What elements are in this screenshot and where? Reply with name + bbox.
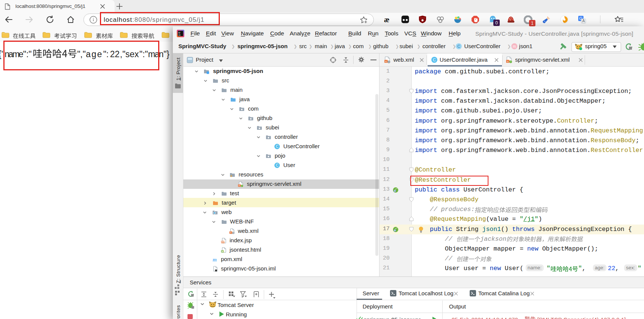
svg-text:0: 0 bbox=[495, 20, 498, 26]
svg-text:C: C bbox=[276, 144, 278, 149]
svg-text:JSP: JSP bbox=[221, 241, 225, 243]
svg-text:C: C bbox=[457, 44, 460, 49]
svg-text:m: m bbox=[513, 44, 516, 49]
svg-text:C: C bbox=[276, 163, 278, 167]
svg-text:A: A bbox=[582, 19, 585, 23]
svg-text:m: m bbox=[213, 257, 217, 262]
svg-text:1: 1 bbox=[531, 21, 534, 26]
svg-text:IJ: IJ bbox=[178, 32, 180, 34]
svg-text:H: H bbox=[222, 250, 224, 252]
svg-text:<: < bbox=[230, 231, 231, 234]
svg-text:<: < bbox=[507, 60, 509, 63]
svg-text:C: C bbox=[433, 58, 436, 62]
svg-text:<: < bbox=[239, 184, 240, 187]
svg-text:<: < bbox=[385, 60, 387, 63]
